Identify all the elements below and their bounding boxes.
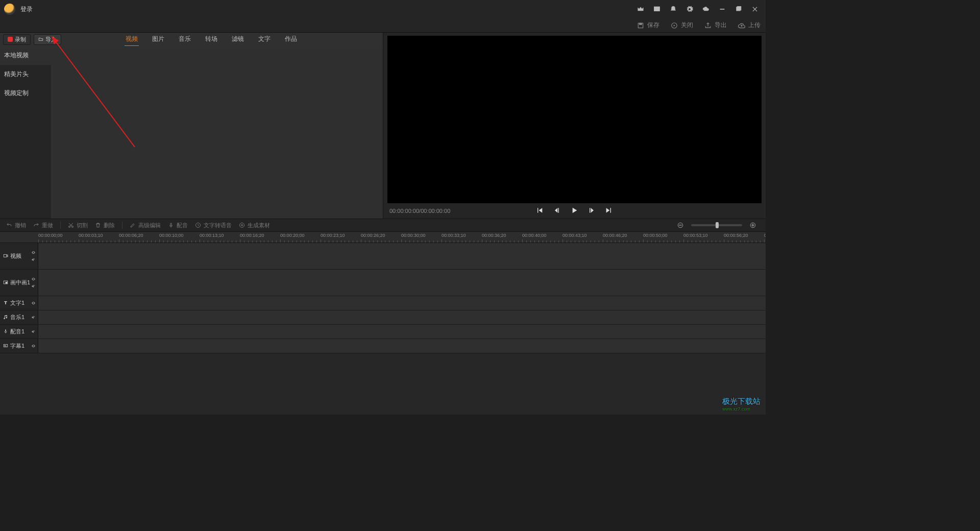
- save-button[interactable]: 保存: [637, 21, 659, 30]
- annotation-arrow: [48, 36, 140, 153]
- skip-end-icon[interactable]: [605, 206, 613, 216]
- upload-button[interactable]: 上传: [738, 21, 761, 30]
- import-button[interactable]: 导入: [34, 34, 61, 45]
- delete-button[interactable]: 删除: [95, 222, 115, 229]
- sidebar-item-0[interactable]: 本地视频: [0, 46, 51, 65]
- track-label: 视频: [10, 252, 21, 260]
- preview-pane: 00:00:00:00/00:00:00:00: [383, 33, 766, 219]
- media-tab-3[interactable]: 转场: [204, 33, 218, 46]
- media-tab-4[interactable]: 滤镜: [231, 33, 245, 46]
- media-tabs: 视频图片音乐转场滤镜文字作品: [125, 33, 298, 46]
- track-body[interactable]: [38, 243, 766, 269]
- skip-start-icon[interactable]: [535, 206, 544, 216]
- media-grid[interactable]: [51, 46, 383, 219]
- ruler-label: 00:00:30;00: [401, 233, 426, 238]
- zoom-thumb[interactable]: [716, 222, 719, 228]
- track-header-video[interactable]: 视频: [0, 243, 38, 269]
- media-tab-2[interactable]: 音乐: [178, 33, 192, 46]
- frame-fwd-icon[interactable]: [587, 206, 596, 216]
- track-body[interactable]: [38, 296, 766, 310]
- watermark: 极光下载站 www.xz7.com: [722, 397, 761, 412]
- tts-button[interactable]: 文字转语音: [195, 222, 232, 229]
- svg-rect-11: [170, 223, 172, 226]
- svg-rect-20: [4, 254, 7, 257]
- minimize-icon[interactable]: [716, 3, 729, 16]
- track-row: 视频: [0, 243, 766, 270]
- volume-icon[interactable]: [31, 257, 36, 263]
- mic-icon: [3, 329, 8, 335]
- close-icon[interactable]: [748, 3, 762, 16]
- volume-icon[interactable]: [31, 329, 36, 335]
- subtitle-icon: [3, 343, 8, 349]
- eye-icon[interactable]: [31, 276, 36, 282]
- close-button[interactable]: 关闭: [671, 21, 693, 30]
- track-label: 画中画1: [10, 279, 30, 286]
- ruler-label: 00:00:53;10: [683, 233, 708, 238]
- undo-button[interactable]: 撤销: [6, 222, 26, 229]
- media-tab-1[interactable]: 图片: [151, 33, 165, 46]
- cloud-icon[interactable]: [699, 3, 713, 16]
- volume-icon[interactable]: [31, 283, 36, 289]
- ruler-label: 00:00:20;00: [280, 233, 305, 238]
- volume-icon[interactable]: [31, 315, 36, 321]
- svg-rect-23: [5, 329, 6, 331]
- screen-icon[interactable]: [650, 3, 664, 16]
- track-row: 音乐1: [0, 310, 766, 325]
- track-body[interactable]: [38, 270, 766, 296]
- gear-icon[interactable]: [683, 3, 696, 16]
- video-icon: [3, 253, 8, 259]
- ruler-label: 00:01: [764, 233, 766, 238]
- eye-icon[interactable]: [31, 300, 36, 306]
- track-body[interactable]: [38, 325, 766, 339]
- track-header-text[interactable]: 文字1: [0, 296, 38, 310]
- preview-video[interactable]: [387, 36, 762, 203]
- track-header-mic[interactable]: 配音1: [0, 325, 38, 339]
- zoom-slider[interactable]: [691, 224, 742, 226]
- track-row: 文字1: [0, 296, 766, 310]
- timeline-ruler[interactable]: 00:00:00;0000:00:03;1000:00:06;2000:00:1…: [0, 232, 766, 243]
- svg-rect-4: [738, 7, 741, 10]
- export-button[interactable]: 导出: [704, 21, 727, 30]
- dub-button[interactable]: 配音: [168, 222, 188, 229]
- track-header-music[interactable]: 音乐1: [0, 310, 38, 324]
- zoom-in-icon[interactable]: [746, 219, 760, 232]
- login-link[interactable]: 登录: [20, 5, 33, 14]
- media-pane-top: 录制 导入 视频图片音乐转场滤镜文字作品: [0, 33, 383, 46]
- undo-label: 撤销: [15, 222, 26, 229]
- media-tab-5[interactable]: 文字: [257, 33, 272, 46]
- track-header-pip[interactable]: 画中画1: [0, 270, 38, 296]
- actionbar: 保存 关闭 导出 上传: [0, 18, 766, 33]
- zoom-out-icon[interactable]: [674, 219, 687, 232]
- ruler-label: 00:00:56;20: [724, 233, 748, 238]
- sidebar-item-2[interactable]: 视频定制: [0, 84, 51, 103]
- sidebar-item-1[interactable]: 精美片头: [0, 65, 51, 84]
- edit-toolbar: 撤销 重做 切割 删除 高级编辑 配音 文字转语音 生成素材: [0, 219, 766, 232]
- titlebar: 登录: [0, 0, 766, 18]
- crown-icon[interactable]: [634, 3, 647, 16]
- dub-label: 配音: [177, 222, 188, 229]
- empty-area: [0, 353, 766, 415]
- eye-icon[interactable]: [31, 250, 36, 256]
- eye-icon[interactable]: [31, 343, 36, 349]
- track-header-subtitle[interactable]: 字幕1: [0, 339, 38, 353]
- track-body[interactable]: [38, 339, 766, 353]
- redo-button[interactable]: 重做: [33, 222, 53, 229]
- media-tab-6[interactable]: 作品: [284, 33, 298, 46]
- maximize-icon[interactable]: [732, 3, 745, 16]
- play-icon[interactable]: [570, 206, 578, 216]
- close-label: 关闭: [681, 21, 693, 30]
- bell-icon[interactable]: [667, 3, 680, 16]
- track-label: 文字1: [10, 299, 24, 307]
- ruler-label: 00:00:13;10: [200, 233, 224, 238]
- generate-button[interactable]: 生成素材: [239, 222, 270, 229]
- frame-back-icon[interactable]: [553, 206, 561, 216]
- media-tab-0[interactable]: 视频: [125, 33, 139, 46]
- track-body[interactable]: [38, 310, 766, 324]
- music-icon: [3, 315, 8, 321]
- svg-rect-6: [640, 23, 642, 25]
- cut-button[interactable]: 切割: [68, 222, 88, 229]
- ruler-label: 00:00:23;10: [321, 233, 345, 238]
- advanced-edit-button[interactable]: 高级编辑: [130, 222, 161, 229]
- advanced-label: 高级编辑: [138, 222, 161, 229]
- record-button[interactable]: 录制: [3, 34, 31, 45]
